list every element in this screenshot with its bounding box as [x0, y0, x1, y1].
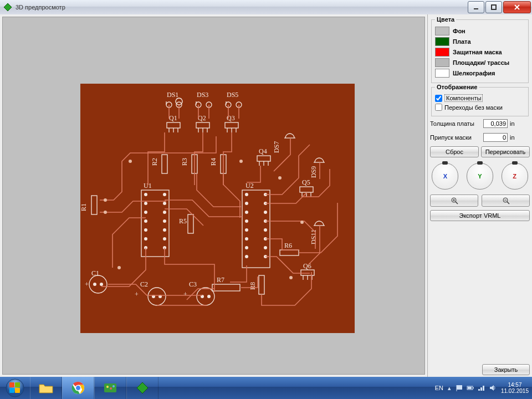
svg-point-66	[163, 237, 166, 241]
svg-point-141	[110, 387, 112, 390]
svg-rect-1	[474, 8, 478, 9]
svg-point-75	[245, 255, 248, 258]
vias-nomask-checkbox[interactable]	[435, 104, 442, 111]
svg-text:DS3: DS3	[197, 91, 208, 99]
color-row-pads[interactable]: Площадки/ трассы	[435, 58, 525, 67]
svg-rect-135	[15, 388, 20, 393]
tray-clock[interactable]: 14:57 11.02.2015	[501, 382, 529, 394]
taskbar-item-explorer[interactable]	[30, 377, 62, 399]
system-tray[interactable]: EN ▴ 14:57 11.02.2015	[432, 377, 532, 399]
mask-allow-label: Припуск маски	[430, 134, 481, 141]
status-bar	[430, 366, 479, 374]
svg-text:DS11: DS11	[310, 229, 318, 244]
folder-icon	[38, 382, 54, 394]
axis-x-dial[interactable]: X	[432, 163, 458, 190]
svg-point-78	[264, 211, 267, 214]
window-title: 3D предпросмотр	[16, 4, 65, 11]
display-group: Отображение Компоненты Переходы без маск…	[431, 84, 529, 116]
palette-icon	[103, 382, 117, 394]
svg-text:R1: R1	[80, 203, 88, 211]
thickness-label: Толщина платы	[430, 120, 481, 127]
thickness-unit: in	[510, 120, 518, 127]
display-legend: Отображение	[435, 84, 479, 90]
start-button[interactable]	[0, 377, 30, 399]
tray-language[interactable]: EN	[435, 385, 443, 391]
swatch-mask[interactable]	[435, 48, 449, 57]
svg-text:Q5: Q5	[302, 178, 310, 186]
mask-allow-input[interactable]	[483, 133, 508, 142]
svg-text:C3: C3	[189, 280, 197, 288]
svg-text:C2: C2	[140, 280, 148, 288]
svg-point-82	[264, 246, 267, 249]
axis-y-dial[interactable]: Y	[467, 163, 493, 190]
svg-point-80	[264, 228, 267, 232]
svg-marker-0	[4, 3, 12, 11]
svg-point-123	[289, 276, 293, 279]
tray-show-hidden-icon[interactable]: ▴	[448, 385, 451, 392]
svg-rect-133	[15, 382, 20, 387]
app-icon	[3, 3, 12, 12]
zoom-out-button[interactable]	[482, 195, 530, 207]
svg-point-118	[117, 266, 121, 269]
minimize-button[interactable]	[468, 1, 484, 13]
svg-rect-148	[468, 387, 472, 389]
color-row-background[interactable]: Фон	[435, 27, 525, 35]
svg-point-142	[112, 385, 115, 387]
thickness-input[interactable]	[483, 119, 508, 128]
colors-group: Цвета Фон Плата Защитная маска Площадки/…	[431, 16, 529, 83]
svg-text:DS5: DS5	[227, 91, 238, 99]
taskbar-item-app2[interactable]	[126, 377, 158, 399]
svg-point-58	[144, 228, 147, 232]
close-window-button[interactable]	[503, 1, 531, 13]
svg-point-55	[144, 202, 147, 205]
svg-text:DS9: DS9	[310, 166, 318, 178]
svg-point-116	[104, 211, 107, 214]
tray-icons	[456, 384, 497, 392]
svg-point-68	[245, 193, 248, 196]
zoom-in-button[interactable]	[430, 195, 478, 207]
components-checkbox[interactable]	[435, 95, 442, 102]
svg-point-70	[245, 211, 248, 214]
pcb-3d-viewport[interactable]: DS1 DS3 DS5 Q1 Q2 Q3 R2 R3	[2, 17, 425, 375]
svg-point-59	[144, 237, 147, 241]
network-icon[interactable]	[478, 384, 485, 392]
vias-label: Переходы без маски	[444, 104, 503, 111]
svg-point-57	[144, 219, 147, 223]
redraw-button[interactable]: Перерисовать	[481, 146, 530, 157]
swatch-board[interactable]	[435, 37, 449, 46]
svg-text:R4: R4	[209, 158, 217, 166]
color-row-mask[interactable]: Защитная маска	[435, 48, 525, 57]
color-row-silk[interactable]: Шелкография	[435, 69, 525, 78]
svg-rect-151	[483, 386, 484, 391]
color-row-board[interactable]: Плата	[435, 37, 525, 46]
battery-icon[interactable]	[467, 384, 474, 392]
svg-rect-147	[473, 387, 474, 388]
swatch-background[interactable]	[435, 27, 449, 35]
svg-point-140	[106, 386, 109, 388]
axis-z-dial[interactable]: Z	[502, 163, 528, 190]
side-panel: Цвета Фон Плата Защитная маска Площадки/…	[427, 14, 532, 377]
taskbar-item-chrome[interactable]	[62, 377, 94, 399]
svg-rect-134	[9, 388, 14, 393]
reset-button[interactable]: Сброс	[430, 146, 479, 157]
svg-point-72	[245, 228, 248, 232]
svg-text:U2: U2	[245, 182, 254, 190]
svg-point-104	[93, 283, 96, 286]
swatch-silk[interactable]	[435, 69, 449, 78]
svg-marker-152	[490, 385, 494, 391]
maximize-button[interactable]	[485, 1, 502, 13]
close-button[interactable]: Закрыть	[482, 364, 530, 375]
svg-point-69	[245, 202, 248, 205]
swatch-pads[interactable]	[435, 58, 449, 67]
taskbar[interactable]: EN ▴ 14:57 11.02.2015	[0, 377, 532, 399]
svg-rect-2	[492, 5, 496, 9]
svg-rect-5	[80, 84, 355, 333]
volume-icon[interactable]	[489, 384, 497, 392]
svg-rect-150	[480, 387, 482, 391]
export-vrml-button[interactable]: Экспорт VRML	[430, 210, 530, 221]
flag-icon[interactable]	[456, 384, 463, 392]
taskbar-item-app1[interactable]	[94, 377, 126, 399]
svg-point-121	[278, 176, 282, 180]
svg-point-71	[245, 219, 248, 223]
colors-legend: Цвета	[435, 16, 456, 23]
